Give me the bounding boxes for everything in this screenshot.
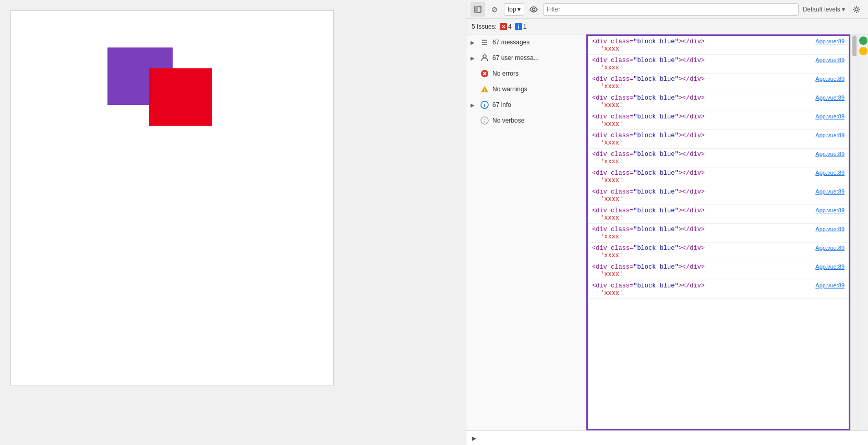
- scrollbar-thumb: [852, 35, 857, 56]
- log-code: <div class="block blue"></div>: [592, 226, 811, 233]
- error-circle-icon: [480, 69, 489, 78]
- mini-yellow-button[interactable]: [859, 47, 867, 55]
- log-value: 'xxxx': [600, 45, 845, 53]
- log-code: <div class="block blue"></div>: [592, 170, 811, 177]
- info-count: 1: [523, 23, 527, 30]
- svg-point-3: [855, 8, 858, 11]
- chevron-down-icon: ▾: [517, 6, 521, 13]
- log-code: <div class="block blue"></div>: [592, 282, 811, 290]
- canvas-frame: [10, 10, 334, 386]
- svg-point-19: [481, 117, 488, 124]
- log-line-row: <div class="block blue"></div> App.vue:8…: [592, 245, 845, 252]
- error-badge: ✕ 4: [500, 23, 512, 30]
- user-icon: [480, 53, 489, 63]
- log-source[interactable]: App.vue:89: [811, 94, 845, 101]
- log-source[interactable]: App.vue:89: [811, 151, 845, 157]
- verbose-icon: [480, 116, 489, 125]
- settings-icon-button[interactable]: [849, 2, 864, 17]
- log-entry: <div class="block blue"></div> App.vue:8…: [588, 205, 849, 224]
- console-prompt: ►: [466, 430, 868, 445]
- log-code: <div class="block blue"></div>: [592, 132, 811, 139]
- inspector-toggle-button[interactable]: [471, 2, 485, 17]
- mini-green-button[interactable]: [859, 37, 867, 45]
- sidebar-no-verbose-label: No verbose: [492, 117, 524, 124]
- svg-text:✕: ✕: [501, 24, 505, 30]
- log-value: 'xxxx': [600, 177, 845, 184]
- log-source[interactable]: App.vue:89: [811, 188, 845, 195]
- log-value: 'xxxx': [600, 83, 845, 90]
- log-entry: <div class="block blue"></div> App.vue:8…: [588, 167, 849, 186]
- scrollbar-right[interactable]: [850, 34, 858, 430]
- filter-input[interactable]: [543, 3, 799, 16]
- log-code: <div class="block blue"></div>: [592, 188, 811, 196]
- log-code: <div class="block blue"></div>: [592, 76, 811, 83]
- log-source[interactable]: App.vue:89: [811, 76, 845, 82]
- svg-text:!: !: [484, 88, 486, 93]
- expand-arrow-info: ▶: [471, 102, 477, 108]
- log-entry: <div class="block blue"></div> App.vue:8…: [588, 149, 849, 167]
- log-source[interactable]: App.vue:89: [811, 226, 845, 232]
- sidebar-user-label: 67 user messa...: [492, 54, 539, 62]
- log-code: <div class="block blue"></div>: [592, 263, 811, 271]
- devtools-panel: ⊘ top ▾ Default levels ▾ 5 Issues: ✕ 4: [466, 0, 868, 445]
- log-source[interactable]: App.vue:89: [811, 263, 845, 270]
- log-value: 'xxxx': [600, 290, 845, 297]
- log-code: <div class="block blue"></div>: [592, 151, 811, 158]
- log-line-row: <div class="block blue"></div> App.vue:8…: [592, 263, 845, 271]
- log-source[interactable]: App.vue:89: [811, 170, 845, 176]
- log-source[interactable]: App.vue:89: [811, 132, 845, 138]
- log-value: 'xxxx': [600, 102, 845, 109]
- warning-triangle-icon: !: [480, 85, 489, 94]
- log-entry: <div class="block blue"></div> App.vue:8…: [588, 111, 849, 130]
- info-circle-icon: i: [480, 100, 489, 110]
- log-entry: <div class="block blue"></div> App.vue:8…: [588, 243, 849, 261]
- log-entry: <div class="block blue"></div> App.vue:8…: [588, 130, 849, 149]
- log-line-row: <div class="block blue"></div> App.vue:8…: [592, 76, 845, 83]
- log-entry: <div class="block blue"></div> App.vue:8…: [588, 224, 849, 243]
- log-code: <div class="block blue"></div>: [592, 207, 811, 214]
- svg-point-2: [532, 8, 535, 10]
- log-entry: <div class="block blue"></div> App.vue:8…: [588, 74, 849, 92]
- log-value: 'xxxx': [600, 158, 845, 165]
- log-code: <div class="block blue"></div>: [592, 57, 811, 64]
- log-value: 'xxxx': [600, 64, 845, 71]
- log-value: 'xxxx': [600, 252, 845, 259]
- log-code: <div class="block blue"></div>: [592, 94, 811, 102]
- sidebar-item-user-messages[interactable]: ▶ 67 user messa...: [466, 50, 586, 66]
- log-line-row: <div class="block blue"></div> App.vue:8…: [592, 38, 845, 45]
- sidebar-item-messages[interactable]: ▶ 67 messages: [466, 34, 586, 50]
- log-entry: <div class="block blue"></div> App.vue:8…: [588, 280, 849, 299]
- log-code: <div class="block blue"></div>: [592, 113, 811, 121]
- log-entry: <div class="block blue"></div> App.vue:8…: [588, 55, 849, 74]
- default-levels-button[interactable]: Default levels ▾: [801, 6, 847, 13]
- sidebar-messages-label: 67 messages: [492, 39, 529, 46]
- log-source[interactable]: App.vue:89: [811, 207, 845, 213]
- log-panel[interactable]: <div class="block blue"></div> App.vue:8…: [586, 34, 850, 430]
- sidebar-item-no-errors[interactable]: ▶ No errors: [466, 66, 586, 81]
- side-mini-tools: [858, 34, 868, 430]
- expand-arrow-user: ▶: [471, 55, 477, 61]
- log-line-row: <div class="block blue"></div> App.vue:8…: [592, 207, 845, 214]
- preview-area: [0, 0, 466, 445]
- block-icon-button[interactable]: ⊘: [487, 2, 502, 17]
- log-source[interactable]: App.vue:89: [811, 245, 845, 251]
- log-source[interactable]: App.vue:89: [811, 282, 845, 288]
- log-line-row: <div class="block blue"></div> App.vue:8…: [592, 113, 845, 121]
- list-icon: [480, 38, 489, 47]
- sidebar-item-no-warnings[interactable]: ▶ ! No warnings: [466, 81, 586, 97]
- log-source[interactable]: App.vue:89: [811, 57, 845, 63]
- sidebar-item-no-verbose[interactable]: ▶ No verbose: [466, 113, 586, 128]
- log-entry: <div class="block blue"></div> App.vue:8…: [588, 92, 849, 111]
- log-value: 'xxxx': [600, 196, 845, 203]
- log-value: 'xxxx': [600, 271, 845, 278]
- sidebar-info-label: 67 info: [492, 101, 511, 109]
- log-line-row: <div class="block blue"></div> App.vue:8…: [592, 282, 845, 290]
- sidebar-item-info[interactable]: ▶ i 67 info: [466, 97, 586, 113]
- top-frame-selector[interactable]: top ▾: [504, 3, 524, 16]
- log-source[interactable]: App.vue:89: [811, 113, 845, 119]
- svg-point-11: [483, 55, 486, 58]
- red-rect: [149, 68, 212, 126]
- log-entry: <div class="block blue"></div> App.vue:8…: [588, 261, 849, 280]
- eye-icon-button[interactable]: [526, 2, 541, 17]
- log-source[interactable]: App.vue:89: [811, 38, 845, 44]
